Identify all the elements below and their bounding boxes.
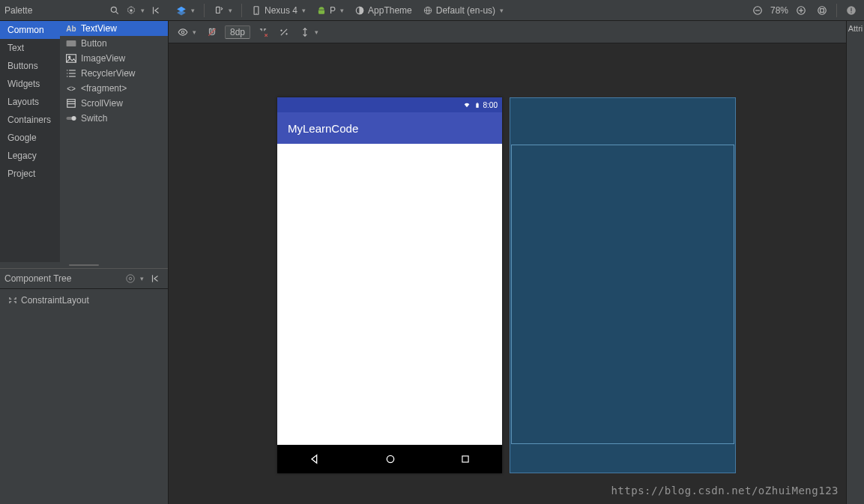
- view-options-button[interactable]: ▾: [175, 25, 199, 39]
- component-label: <fragment>: [81, 83, 127, 94]
- svg-point-40: [127, 275, 135, 283]
- design-config-bar: ▾ ▾ Nexus 4 ▾ P ▾ AppTheme Default (en-u…: [169, 4, 864, 17]
- svg-marker-54: [312, 455, 317, 464]
- palette-component-item[interactable]: ImageView: [60, 51, 168, 66]
- scrollview-icon: [66, 98, 76, 109]
- tree-settings-button[interactable]: ▾: [122, 272, 147, 285]
- palette-component-item[interactable]: <><fragment>: [60, 81, 168, 96]
- palette-category-item[interactable]: Text: [0, 39, 60, 57]
- clear-constraints-button[interactable]: [255, 25, 271, 39]
- zoom-out-icon: [752, 5, 763, 16]
- svg-rect-23: [851, 7, 851, 11]
- device-selector[interactable]: Nexus 4 ▾: [248, 4, 309, 17]
- zoom-in-button[interactable]: [793, 4, 809, 17]
- phone-icon: [251, 5, 262, 16]
- palette-category-item[interactable]: Containers: [0, 111, 60, 129]
- component-label: ImageView: [81, 53, 125, 64]
- blueprint-preview[interactable]: [510, 97, 736, 473]
- palette-category-item[interactable]: Google: [0, 129, 60, 147]
- fit-icon: [817, 5, 827, 16]
- preview-app-bar: MyLearnCode: [277, 112, 502, 144]
- palette-component-item[interactable]: Button: [60, 36, 168, 51]
- warnings-button[interactable]: [843, 4, 860, 17]
- svg-rect-24: [851, 12, 851, 13]
- clear-constraints-icon: [258, 27, 268, 37]
- nav-recent-icon: [460, 454, 471, 464]
- preview-time: 8:00: [483, 101, 498, 109]
- palette-component-item[interactable]: ScrollView: [60, 96, 168, 111]
- fragment-icon: <>: [66, 83, 76, 94]
- wifi-icon: [462, 101, 471, 109]
- svg-point-2: [130, 9, 133, 12]
- palette-category-item[interactable]: Project: [0, 165, 60, 183]
- svg-rect-53: [477, 103, 477, 103]
- guidelines-button[interactable]: ▾: [297, 25, 321, 39]
- palette-category-item[interactable]: Common: [0, 21, 60, 39]
- zoom-fit-button[interactable]: [814, 4, 830, 17]
- globe-icon: [423, 5, 433, 16]
- palette-collapse-button[interactable]: [148, 4, 164, 17]
- constraint-layout-icon: [7, 295, 18, 306]
- theme-icon: [354, 5, 365, 16]
- svg-point-20: [818, 6, 827, 14]
- magnet-button[interactable]: [204, 25, 220, 39]
- palette-components: AbTextViewButtonImageViewRecyclerView<><…: [60, 21, 168, 262]
- palette-search-button[interactable]: [106, 4, 123, 17]
- design-canvas-panel: ▾ 8dp ▾ 8:00: [169, 21, 846, 504]
- palette-category-item[interactable]: Widgets: [0, 75, 60, 93]
- design-sub-toolbar: ▾ 8dp ▾: [169, 21, 846, 43]
- svg-point-42: [181, 31, 184, 34]
- gear-icon: [126, 5, 136, 16]
- gear-icon: [125, 273, 136, 284]
- locale-selector[interactable]: Default (en-us) ▾: [420, 4, 507, 17]
- svg-rect-21: [821, 8, 824, 12]
- zoom-label: 78%: [770, 5, 788, 16]
- layers-icon: [176, 5, 187, 16]
- tree-collapse-button[interactable]: [147, 272, 163, 285]
- component-label: RecyclerView: [81, 68, 135, 79]
- infer-constraints-button[interactable]: [276, 25, 292, 39]
- canvas-surface[interactable]: 8:00 MyLearnCode https://blog.csdn.net/o…: [169, 43, 846, 504]
- palette-panel: CommonTextButtonsWidgetsLayoutsContainer…: [0, 21, 169, 504]
- attributes-collapsed-panel[interactable]: Attri: [846, 21, 864, 504]
- api-selector[interactable]: P ▾: [313, 4, 347, 17]
- palette-category-item[interactable]: Buttons: [0, 57, 60, 75]
- eye-icon: [178, 27, 188, 37]
- component-label: ScrollView: [81, 98, 123, 109]
- orientation-button[interactable]: ▾: [211, 4, 235, 17]
- palette-category-item[interactable]: Layouts: [0, 93, 60, 111]
- component-tree-title: Component Tree: [4, 273, 122, 284]
- magnet-icon: [207, 27, 217, 37]
- palette-header-bar: Palette ▾: [0, 4, 169, 17]
- collapse-left-icon: [150, 273, 160, 284]
- palette-component-item[interactable]: RecyclerView: [60, 66, 168, 81]
- textview-icon: Ab: [66, 23, 76, 34]
- theme-selector[interactable]: AppTheme: [351, 4, 415, 17]
- palette-title: Palette: [4, 5, 106, 16]
- tree-root-node[interactable]: ConstraintLayout: [7, 294, 160, 307]
- palette-settings-button[interactable]: ▾: [123, 4, 148, 17]
- splitter-handle[interactable]: [0, 262, 168, 268]
- component-tree-header: Component Tree ▾: [0, 268, 168, 289]
- guideline-icon: [300, 27, 310, 37]
- nav-home-icon: [384, 453, 396, 465]
- button-icon: [66, 38, 76, 49]
- palette-category-item[interactable]: Legacy: [0, 147, 60, 165]
- svg-point-55: [387, 455, 393, 462]
- locale-label: Default (en-us): [436, 5, 495, 16]
- palette-categories: CommonTextButtonsWidgetsLayoutsContainer…: [0, 21, 60, 262]
- nav-back-icon: [309, 453, 321, 465]
- search-icon: [109, 5, 120, 16]
- design-preview[interactable]: 8:00 MyLearnCode: [277, 97, 502, 473]
- preview-content-area[interactable]: [277, 144, 502, 445]
- preview-nav-bar: [277, 445, 502, 473]
- zoom-out-button[interactable]: [749, 4, 766, 17]
- svg-line-1: [115, 11, 118, 13]
- default-margin-input[interactable]: 8dp: [225, 25, 250, 39]
- warning-icon: [846, 5, 857, 16]
- palette-component-item[interactable]: AbTextView: [60, 21, 168, 36]
- top-toolbar: Palette ▾ ▾ ▾ Nexus 4 ▾ P ▾: [0, 0, 864, 21]
- palette-component-item[interactable]: Switch: [60, 111, 168, 126]
- surfaces-button[interactable]: ▾: [173, 4, 198, 17]
- svg-point-39: [129, 277, 132, 280]
